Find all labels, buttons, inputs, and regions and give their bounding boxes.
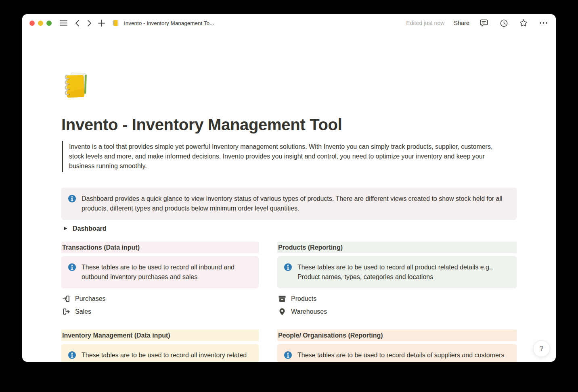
people-organisations-callout[interactable]: These tables are to be used to record de… [277,344,517,362]
archive-box-icon [278,295,286,303]
info-icon [68,263,76,282]
traffic-lights [29,21,52,26]
info-icon [68,351,76,362]
location-pin-icon [278,308,286,316]
close-window-button[interactable] [29,21,35,26]
dashboard-toggle-label: Dashboard [73,225,107,232]
page-tab-notebook-icon [111,17,121,29]
forward-icon[interactable] [84,17,94,29]
page-link-products[interactable]: Products [277,292,517,305]
page-link-purchases[interactable]: Purchases [61,292,259,305]
sales-link-label[interactable]: Sales [75,308,91,316]
inventory-management-callout[interactable]: These tables are to be used to record al… [61,344,259,362]
sidebar-menu-icon[interactable] [58,17,69,29]
more-options-icon[interactable] [538,17,549,29]
section-header-people-organisations[interactable]: People/ Organisations (Reporting) [277,329,517,341]
share-button[interactable]: Share [454,20,469,26]
page-notebook-emoji-icon[interactable] [61,71,92,101]
intro-quote-block[interactable]: Invento is a tool that provides simple y… [62,141,508,172]
section-transactions: Transactions (Data input) These tables a… [61,242,259,318]
dashboard-info-text: Dashboard provides a quick glance to vie… [82,194,510,213]
zoom-window-button[interactable] [46,21,52,26]
dashboard-info-callout[interactable]: Dashboard provides a quick glance to vie… [61,188,517,220]
products-callout[interactable]: These tables are to be used to record al… [277,256,517,288]
purchases-link-label[interactable]: Purchases [75,295,106,303]
info-icon [68,194,76,213]
section-products: Products (Reporting) These tables are to… [277,242,517,318]
dashboard-toggle[interactable]: Dashboard [61,223,517,234]
section-header-products[interactable]: Products (Reporting) [277,242,517,253]
section-inventory-management: Inventory Management (Data input) These … [61,329,259,362]
back-icon[interactable] [72,17,82,29]
exit-door-icon [62,308,70,316]
warehouses-link-label[interactable]: Warehouses [291,308,327,316]
comments-icon[interactable] [479,17,489,29]
toggle-triangle-icon[interactable] [63,225,67,232]
section-people-organisations: People/ Organisations (Reporting) These … [277,329,517,362]
products-link-label[interactable]: Products [291,295,316,303]
section-header-inventory-management[interactable]: Inventory Management (Data input) [61,329,259,341]
help-button[interactable]: ? [533,340,550,357]
app-window: Invento - Inventory Management To... Edi… [22,14,556,362]
updates-clock-icon[interactable] [498,17,509,29]
minimize-window-button[interactable] [38,21,43,26]
page-title[interactable]: Invento - Inventory Management Tool [61,114,517,135]
section-header-transactions[interactable]: Transactions (Data input) [61,242,259,253]
favorite-star-icon[interactable] [518,17,529,29]
edited-status: Edited just now [406,20,444,26]
tab-title[interactable]: Invento - Inventory Management To... [124,20,214,26]
enter-door-icon [62,295,70,303]
title-bar: Invento - Inventory Management To... Edi… [22,14,556,32]
new-tab-icon[interactable] [96,17,107,29]
page-link-sales[interactable]: Sales [61,305,259,318]
page-link-warehouses[interactable]: Warehouses [277,305,517,318]
info-icon [284,263,292,282]
info-icon [284,351,292,362]
transactions-callout[interactable]: These tables are to be used to record al… [61,256,259,288]
